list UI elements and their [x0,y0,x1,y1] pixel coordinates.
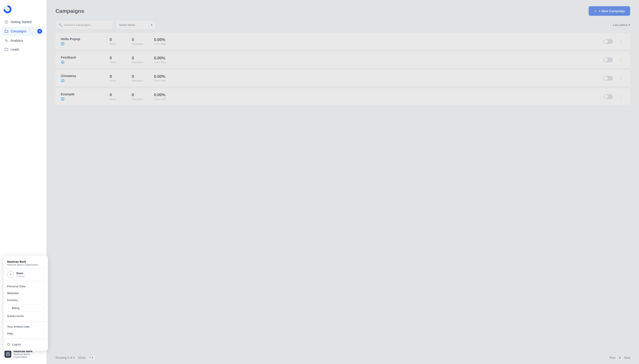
user-card-row: Nazlican Berk Nazlican Berk's Organizati… [5,350,42,358]
dropdown-item-subaccounts[interactable]: Subaccounts [4,312,48,320]
avatar [5,350,11,358]
dropdown-item-websites[interactable]: Websites [4,290,48,296]
embed-label: Your embed code [7,325,30,328]
dropdown-item-invoices[interactable]: Invoices [4,296,48,304]
dropdown-user-org: Nazlican Berk's Organization [7,263,44,266]
websites-label: Websites [7,292,19,295]
app-logo [0,4,47,18]
dropdown-item-help[interactable]: Help [4,330,48,337]
sidebar-nav: Getting Started Campaigns 4 Analytics Le… [0,18,47,54]
billing-label: Billing [12,306,20,310]
invoices-label: Invoices [7,298,18,302]
sidebar-item-campaigns[interactable]: Campaigns 4 [2,26,45,36]
dropdown-item-logout[interactable]: Logout [4,341,48,348]
sidebar-item-analytics-label: Analytics [11,39,23,42]
logout-label: Logout [12,343,21,346]
sidebar-user-org: Nazlican Berk's Organization [14,353,42,358]
sidebar-item-leads-label: Leads [11,48,19,51]
power-icon [7,342,10,346]
campaigns-badge: 4 [37,29,42,34]
dropdown-header: Nazlican Berk Nazlican Berk's Organizati… [4,258,48,269]
dropdown-item-embed[interactable]: Your embed code [4,323,48,330]
sidebar-item-getting-started[interactable]: Getting Started [2,18,45,26]
dropdown-divider-3 [4,339,48,339]
subaccounts-label: Subaccounts [7,314,24,318]
user-dropdown-menu: Nazlican Berk Nazlican Berk's Organizati… [4,256,48,351]
sidebar-item-getting-started-label: Getting Started [11,20,32,24]
user-info: Nazlican Berk Nazlican Berk's Organizati… [14,350,42,358]
rocket-icon [5,20,9,24]
personal-data-label: Personal Data [7,285,25,288]
billing-wrapper: Billing [4,304,48,312]
chart-icon [5,38,9,42]
sidebar-item-analytics[interactable]: Analytics [2,36,45,45]
plan-name: Basic [17,272,25,275]
sidebar: Getting Started Campaigns 4 Analytics Le… [0,0,47,364]
dropdown-divider-2 [4,321,48,322]
overlay[interactable] [0,0,639,364]
svg-point-4 [7,353,9,354]
dropdown-user-name: Nazlican Berk [7,260,44,263]
logo-circle [4,5,12,13]
plan-info: Basic 0 views [17,272,25,278]
help-label: Help [7,332,13,335]
plan-avatar [7,271,14,278]
dropdown-item-billing[interactable]: Billing [8,304,44,312]
plan-row: Basic 0 views [4,269,48,279]
sidebar-item-campaigns-label: Campaigns [11,30,27,33]
leads-icon [5,48,9,52]
folder-icon [5,29,9,33]
dropdown-divider-1 [4,281,48,281]
plan-views: 0 views [17,275,25,278]
sidebar-item-leads[interactable]: Leads [2,45,45,54]
logo-inner [5,7,10,12]
dropdown-item-personal-data[interactable]: Personal Data [4,283,48,290]
svg-point-1 [10,274,11,275]
